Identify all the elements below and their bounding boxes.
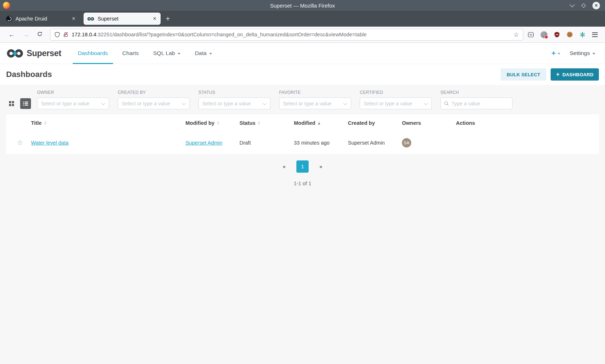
owner-select[interactable] [37, 97, 109, 109]
brand-name: Superset [27, 49, 61, 58]
next-page-button[interactable]: » [317, 162, 324, 171]
superset-navbar: Superset Dashboards Charts SQL Lab Data … [0, 43, 605, 64]
nav-item-charts[interactable]: Charts [117, 43, 144, 64]
tab-label: Apache Druid [15, 16, 71, 22]
filter-label: OWNER [37, 90, 109, 95]
status-select[interactable] [198, 97, 270, 109]
column-label: Owners [402, 120, 421, 126]
header-modified[interactable]: Modified [294, 120, 348, 126]
sort-icon [44, 121, 46, 125]
account-icon[interactable] [541, 31, 547, 38]
owner-avatar[interactable]: SA [402, 138, 411, 147]
window-titlebar: Superset — Mozilla Firefox × [0, 0, 605, 11]
new-tab-button[interactable]: + [166, 14, 170, 23]
search-input[interactable] [452, 101, 509, 106]
reload-icon[interactable] [37, 31, 42, 38]
nav-label: Data [195, 50, 207, 56]
asterisk-extension-icon[interactable] [579, 32, 586, 38]
page-title: Dashboards [6, 70, 52, 79]
nav-label: SQL Lab [153, 50, 175, 56]
main-menu: Dashboards Charts SQL Lab Data [71, 43, 219, 64]
card-view-toggle[interactable] [6, 98, 17, 109]
filter-label: CERTIFIED [360, 90, 432, 95]
new-dashboard-button[interactable]: + DASHBOARD [551, 68, 599, 81]
sort-icon [217, 121, 219, 125]
pagination: « 1 » 1-1 of 1 [0, 160, 605, 186]
filter-favorite: FAVORITE [279, 90, 351, 109]
superset-logo[interactable]: Superset [6, 48, 61, 59]
nav-item-dashboards[interactable]: Dashboards [73, 43, 113, 64]
header-owners: Owners [402, 120, 456, 126]
plus-icon: + [551, 49, 556, 58]
url-bar[interactable]: 172.18.0.4:32251/dashboard/list/?pageInd… [50, 29, 523, 41]
status-select-input[interactable] [202, 101, 264, 106]
url-text[interactable]: 172.18.0.4:32251/dashboard/list/?pageInd… [72, 32, 514, 37]
header-title[interactable]: Title [31, 120, 185, 126]
prev-page-button[interactable]: « [281, 162, 288, 171]
window-maximize-button[interactable] [582, 4, 585, 7]
cookie-icon[interactable] [566, 31, 573, 38]
superset-infinity-icon [6, 48, 24, 59]
favorite-select-input[interactable] [283, 101, 344, 106]
header-actions: Actions [456, 120, 599, 126]
header-status[interactable]: Status [239, 120, 294, 126]
new-item-dropdown[interactable]: + [551, 49, 560, 58]
modified-value: 33 minutes ago [294, 140, 330, 146]
insecure-lock-icon[interactable] [63, 32, 68, 37]
page-1-button[interactable]: 1 [296, 160, 309, 173]
dashboard-title-link[interactable]: Water level data [31, 140, 68, 146]
certified-select-input[interactable] [364, 101, 425, 106]
superset-favicon-icon [87, 17, 94, 21]
menu-hamburger-icon[interactable] [592, 32, 598, 37]
search-icon [444, 101, 449, 106]
header-modified-by[interactable]: Modified by [185, 120, 239, 126]
owner-select-input[interactable] [41, 101, 102, 106]
browser-tab-bar: Apache Druid × Superset × + [0, 11, 605, 27]
filter-search: SEARCH [440, 90, 512, 109]
tab-apache-druid[interactable]: Apache Druid × [3, 13, 80, 25]
window-title: Superset — Mozilla Firefox [0, 3, 605, 9]
tab-close-icon[interactable]: × [71, 15, 76, 22]
url-path: :32251/dashboard/list/?pageIndex=0&sortC… [97, 32, 367, 37]
caret-down-icon [178, 53, 180, 55]
pocket-icon[interactable] [528, 32, 534, 38]
table-header-row: Title Modified by Status Modified Create… [6, 114, 599, 131]
filter-status: STATUS [198, 90, 270, 109]
settings-dropdown[interactable]: Settings [570, 50, 595, 56]
nav-label: Dashboards [78, 50, 108, 56]
sort-icon-desc-active [318, 121, 320, 125]
favorite-select[interactable] [279, 97, 351, 109]
druid-favicon-icon [6, 16, 12, 22]
bulk-select-button[interactable]: BULK SELECT [501, 68, 546, 81]
bookmark-star-icon[interactable]: ☆ [514, 31, 519, 38]
nav-item-sql-lab[interactable]: SQL Lab [148, 43, 185, 64]
tab-close-icon[interactable]: × [152, 15, 157, 22]
column-label: Created by [348, 120, 375, 126]
created-by-select-input[interactable] [122, 101, 183, 106]
favorite-star-icon[interactable]: ☆ [17, 139, 23, 146]
tab-superset[interactable]: Superset × [84, 13, 161, 25]
window-minimize-button[interactable] [571, 4, 575, 7]
search-box[interactable] [440, 97, 512, 109]
filter-certified: CERTIFIED [360, 90, 432, 109]
filter-label: SEARCH [440, 90, 512, 95]
url-host: 172.18.0.4 [72, 32, 97, 37]
sort-icon [258, 121, 260, 125]
caret-down-icon [557, 53, 560, 55]
back-icon[interactable]: ← [8, 31, 15, 38]
plus-icon: + [556, 71, 560, 78]
nav-item-data[interactable]: Data [190, 43, 217, 64]
ublock-icon[interactable]: uO [554, 32, 560, 38]
window-close-button[interactable]: × [592, 2, 600, 9]
page-header: Dashboards BULK SELECT + DASHBOARD [0, 64, 605, 85]
shield-icon[interactable] [54, 32, 60, 38]
status-value: Draft [239, 140, 251, 146]
diamond-icon [581, 3, 586, 8]
certified-select[interactable] [360, 97, 432, 109]
table-row: ☆ Water level data Superset Admin Draft … [6, 131, 599, 154]
created-by-value: Superset Admin [348, 140, 385, 146]
list-view-toggle[interactable] [20, 98, 31, 109]
modified-by-link[interactable]: Superset Admin [185, 140, 222, 146]
forward-icon: → [23, 31, 29, 38]
created-by-select[interactable] [118, 97, 190, 109]
